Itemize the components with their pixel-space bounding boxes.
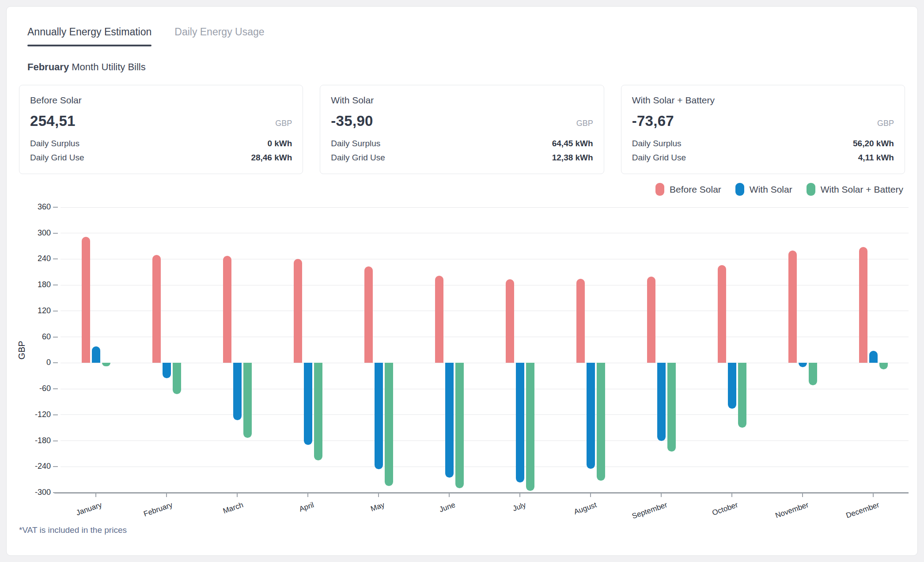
bar-with-solar-battery-january[interactable] — [102, 363, 110, 366]
x-axis-label-february: February — [143, 501, 174, 519]
y-tick-label-360: 360 — [26, 202, 51, 212]
legend-label: With Solar — [750, 184, 792, 195]
bar-with-solar-battery-september[interactable] — [667, 363, 676, 452]
daily-surplus-row: Daily Surplus 0 kWh — [30, 137, 292, 151]
gridline--60 — [61, 389, 909, 389]
legend-label: With Solar + Battery — [821, 184, 903, 195]
bar-before-solar-november[interactable] — [788, 251, 797, 363]
summary-cards: Before Solar 254,51 GBP Daily Surplus 0 … — [19, 85, 905, 174]
bar-with-solar-march[interactable] — [233, 363, 242, 420]
y-tick-mark--60 — [53, 388, 58, 389]
bar-before-solar-april[interactable] — [294, 259, 302, 363]
daily-surplus-value: 56,20 kWh — [853, 137, 894, 151]
bar-with-solar-october[interactable] — [728, 363, 736, 409]
card-with-solar-battery: With Solar + Battery -73,67 GBP Daily Su… — [621, 85, 905, 174]
bar-with-solar-battery-march[interactable] — [243, 363, 252, 437]
bar-with-solar-battery-june[interactable] — [455, 363, 464, 488]
y-tick-label--300: -300 — [26, 488, 51, 497]
y-axis-title: GBP — [16, 207, 27, 493]
legend-swatch-with-solar — [735, 183, 744, 196]
gridline-300 — [61, 233, 909, 233]
bar-with-solar-battery-may[interactable] — [385, 363, 393, 486]
bar-with-solar-battery-july[interactable] — [526, 363, 534, 491]
x-tick-mark-february — [166, 493, 167, 497]
x-axis-label-july: July — [511, 501, 527, 513]
bar-with-solar-battery-november[interactable] — [809, 363, 817, 385]
x-axis-label-december: December — [845, 501, 881, 520]
tab-annually-energy-estimation[interactable]: Annually Energy Estimation — [27, 26, 151, 46]
daily-grid-use-label: Daily Grid Use — [30, 151, 84, 165]
x-axis-line — [54, 492, 909, 494]
legend-item-with-solar[interactable]: With Solar — [735, 183, 792, 196]
page-title-month: February — [27, 61, 69, 72]
x-tick-mark-september — [661, 493, 662, 497]
x-axis-label-january: January — [75, 501, 103, 518]
bar-before-solar-august[interactable] — [576, 279, 585, 363]
bar-with-solar-june[interactable] — [445, 363, 454, 477]
card-value: -35,90 — [331, 113, 373, 129]
y-tick-mark-300 — [53, 233, 58, 234]
legend-item-before-solar[interactable]: Before Solar — [655, 183, 721, 196]
bar-with-solar-april[interactable] — [304, 363, 312, 445]
bar-with-solar-november[interactable] — [799, 363, 807, 367]
daily-grid-use-value: 4,11 kWh — [858, 151, 894, 165]
x-tick-mark-november — [802, 493, 803, 497]
chart-legend: Before Solar With Solar With Solar + Bat… — [7, 183, 903, 196]
bar-before-solar-may[interactable] — [364, 266, 373, 363]
bar-with-solar-august[interactable] — [587, 363, 595, 469]
y-tick-label--60: -60 — [26, 384, 51, 393]
bar-with-solar-battery-october[interactable] — [738, 363, 746, 428]
card-before-solar: Before Solar 254,51 GBP Daily Surplus 0 … — [19, 85, 303, 174]
gridline-120 — [61, 311, 909, 311]
y-tick-label-300: 300 — [26, 228, 51, 238]
bar-before-solar-september[interactable] — [647, 277, 655, 363]
y-tick-mark--240 — [53, 466, 58, 467]
y-tick-mark-60 — [53, 337, 58, 338]
x-axis-label-march: March — [222, 501, 244, 516]
bar-before-solar-february[interactable] — [152, 255, 161, 363]
y-tick-mark-240 — [53, 258, 58, 259]
bar-with-solar-february[interactable] — [163, 363, 171, 378]
bar-with-solar-battery-december[interactable] — [879, 363, 888, 369]
x-axis-label-may: May — [370, 501, 386, 513]
bar-before-solar-january[interactable] — [82, 237, 90, 363]
page-title: February Month Utility Bills — [27, 61, 917, 73]
bar-before-solar-october[interactable] — [718, 265, 726, 363]
y-tick-label-0: 0 — [26, 358, 51, 367]
bar-with-solar-january[interactable] — [92, 346, 100, 363]
card-title: With Solar + Battery — [632, 95, 894, 106]
card-title: Before Solar — [30, 95, 292, 106]
bar-before-solar-june[interactable] — [435, 276, 443, 363]
daily-grid-use-row: Daily Grid Use 12,38 kWh — [331, 151, 593, 165]
card-currency: GBP — [576, 119, 593, 128]
y-tick-mark-0 — [53, 362, 58, 363]
bar-before-solar-march[interactable] — [223, 256, 231, 363]
y-axis-title-text: GBP — [17, 341, 27, 359]
bar-with-solar-battery-april[interactable] — [314, 363, 322, 460]
daily-surplus-row: Daily Surplus 64,45 kWh — [331, 137, 593, 151]
vat-footnote: *VAT is included in the prices — [19, 525, 917, 535]
daily-grid-use-row: Daily Grid Use 4,11 kWh — [632, 151, 894, 165]
x-axis-label-april: April — [298, 501, 315, 514]
tab-daily-energy-usage[interactable]: Daily Energy Usage — [174, 26, 264, 46]
legend-item-with-solar-battery[interactable]: With Solar + Battery — [807, 183, 903, 196]
bar-with-solar-september[interactable] — [657, 363, 666, 440]
x-tick-mark-august — [590, 493, 591, 497]
x-axis-label-august: August — [573, 501, 598, 516]
bar-before-solar-july[interactable] — [506, 279, 514, 363]
legend-label: Before Solar — [670, 184, 721, 195]
y-tick-label--240: -240 — [26, 462, 51, 471]
gridline-240 — [61, 259, 909, 259]
y-tick-mark--300 — [53, 492, 58, 493]
card-with-solar: With Solar -35,90 GBP Daily Surplus 64,4… — [320, 85, 604, 174]
bar-with-solar-december[interactable] — [869, 351, 878, 363]
gridline--180 — [61, 440, 909, 441]
bar-with-solar-battery-february[interactable] — [173, 363, 181, 394]
bar-with-solar-battery-august[interactable] — [597, 363, 605, 480]
bar-before-solar-december[interactable] — [859, 247, 867, 363]
bar-with-solar-may[interactable] — [375, 363, 383, 469]
y-tick-label-180: 180 — [26, 280, 51, 289]
gridline--240 — [61, 467, 909, 467]
bar-with-solar-july[interactable] — [516, 363, 524, 482]
y-tick-mark-360 — [53, 207, 58, 208]
